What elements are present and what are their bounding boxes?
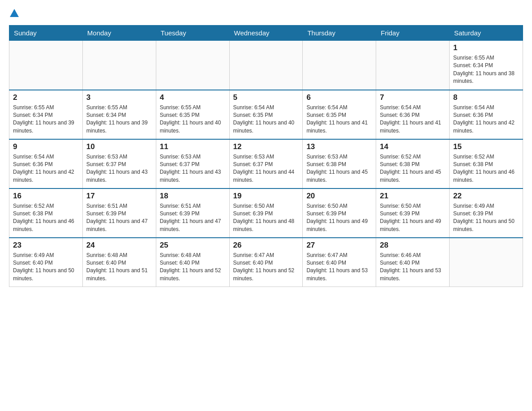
day-sun-info: Sunrise: 6:48 AMSunset: 6:40 PMDaylight:… [160,252,226,283]
day-number: 19 [233,192,299,201]
calendar-table: SundayMondayTuesdayWednesdayThursdayFrid… [9,25,523,287]
day-sun-info: Sunrise: 6:47 AMSunset: 6:40 PMDaylight:… [306,252,372,283]
calendar-day-cell: 20Sunrise: 6:50 AMSunset: 6:39 PMDayligh… [303,188,376,238]
day-number: 20 [306,192,372,201]
day-sun-info: Sunrise: 6:50 AMSunset: 6:39 PMDaylight:… [233,202,299,234]
day-sun-info: Sunrise: 6:54 AMSunset: 6:36 PMDaylight:… [453,104,519,135]
calendar-day-cell: 28Sunrise: 6:46 AMSunset: 6:40 PMDayligh… [376,238,450,287]
day-number: 21 [380,192,446,201]
calendar-day-cell: 14Sunrise: 6:52 AMSunset: 6:38 PMDayligh… [376,139,450,188]
day-sun-info: Sunrise: 6:53 AMSunset: 6:37 PMDaylight:… [160,153,226,184]
day-of-week-header: Wednesday [229,26,303,41]
day-number: 27 [306,241,372,250]
calendar-day-cell: 25Sunrise: 6:48 AMSunset: 6:40 PMDayligh… [156,238,229,287]
calendar-day-cell: 6Sunrise: 6:54 AMSunset: 6:35 PMDaylight… [303,90,376,139]
calendar-day-cell [156,41,229,90]
day-sun-info: Sunrise: 6:53 AMSunset: 6:37 PMDaylight:… [86,153,152,184]
day-number: 22 [453,192,519,201]
calendar-day-cell: 22Sunrise: 6:49 AMSunset: 6:39 PMDayligh… [450,188,523,238]
calendar-day-cell: 1Sunrise: 6:55 AMSunset: 6:34 PMDaylight… [450,41,523,90]
day-sun-info: Sunrise: 6:54 AMSunset: 6:36 PMDaylight:… [13,153,79,184]
day-sun-info: Sunrise: 6:50 AMSunset: 6:39 PMDaylight:… [306,202,372,234]
day-sun-info: Sunrise: 6:51 AMSunset: 6:39 PMDaylight:… [160,202,226,234]
day-sun-info: Sunrise: 6:54 AMSunset: 6:35 PMDaylight:… [233,104,299,135]
calendar-day-cell: 7Sunrise: 6:54 AMSunset: 6:36 PMDaylight… [376,90,450,139]
day-number: 28 [380,241,446,250]
day-of-week-header: Monday [82,26,156,41]
calendar-day-cell: 26Sunrise: 6:47 AMSunset: 6:40 PMDayligh… [229,238,303,287]
day-of-week-header: Thursday [303,26,376,41]
day-number: 26 [233,241,299,250]
day-sun-info: Sunrise: 6:54 AMSunset: 6:35 PMDaylight:… [306,104,372,135]
day-sun-info: Sunrise: 6:53 AMSunset: 6:38 PMDaylight:… [306,153,372,184]
calendar-day-cell: 2Sunrise: 6:55 AMSunset: 6:34 PMDaylight… [9,90,83,139]
day-number: 18 [160,192,226,201]
calendar-day-cell: 19Sunrise: 6:50 AMSunset: 6:39 PMDayligh… [229,188,303,238]
calendar-day-cell: 24Sunrise: 6:48 AMSunset: 6:40 PMDayligh… [82,238,156,287]
day-of-week-header: Tuesday [156,26,229,41]
day-number: 10 [86,142,152,151]
day-number: 13 [306,142,372,151]
day-sun-info: Sunrise: 6:46 AMSunset: 6:40 PMDaylight:… [380,252,446,283]
day-sun-info: Sunrise: 6:50 AMSunset: 6:39 PMDaylight:… [380,202,446,234]
calendar-day-cell: 12Sunrise: 6:53 AMSunset: 6:37 PMDayligh… [229,139,303,188]
day-number: 2 [13,93,79,102]
day-number: 5 [233,93,299,102]
day-sun-info: Sunrise: 6:47 AMSunset: 6:40 PMDaylight:… [233,252,299,283]
calendar-week-row: 16Sunrise: 6:52 AMSunset: 6:38 PMDayligh… [9,188,523,238]
day-sun-info: Sunrise: 6:53 AMSunset: 6:37 PMDaylight:… [233,153,299,184]
calendar-day-cell: 23Sunrise: 6:49 AMSunset: 6:40 PMDayligh… [9,238,83,287]
calendar-header-row: SundayMondayTuesdayWednesdayThursdayFrid… [9,26,523,41]
day-number: 7 [380,93,446,102]
day-sun-info: Sunrise: 6:49 AMSunset: 6:39 PMDaylight:… [453,202,519,234]
day-of-week-header: Saturday [450,26,523,41]
calendar-day-cell: 5Sunrise: 6:54 AMSunset: 6:35 PMDaylight… [229,90,303,139]
day-of-week-header: Sunday [9,26,83,41]
day-number: 3 [86,93,152,102]
day-sun-info: Sunrise: 6:52 AMSunset: 6:38 PMDaylight:… [380,153,446,184]
calendar-day-cell: 10Sunrise: 6:53 AMSunset: 6:37 PMDayligh… [82,139,156,188]
calendar-day-cell: 13Sunrise: 6:53 AMSunset: 6:38 PMDayligh… [303,139,376,188]
calendar-day-cell: 3Sunrise: 6:55 AMSunset: 6:34 PMDaylight… [82,90,156,139]
day-number: 25 [160,241,226,250]
calendar-week-row: 9Sunrise: 6:54 AMSunset: 6:36 PMDaylight… [9,139,523,188]
calendar-day-cell [229,41,303,90]
calendar-day-cell: 8Sunrise: 6:54 AMSunset: 6:36 PMDaylight… [450,90,523,139]
day-number: 15 [453,142,519,151]
calendar-week-row: 1Sunrise: 6:55 AMSunset: 6:34 PMDaylight… [9,41,523,90]
day-sun-info: Sunrise: 6:55 AMSunset: 6:34 PMDaylight:… [13,104,79,135]
calendar-day-cell: 9Sunrise: 6:54 AMSunset: 6:36 PMDaylight… [9,139,83,188]
calendar-day-cell [376,41,450,90]
logo [9,9,22,18]
calendar-day-cell [450,238,523,287]
day-number: 6 [306,93,372,102]
logo-triangle-icon [10,9,19,17]
page-header [9,9,523,18]
day-sun-info: Sunrise: 6:55 AMSunset: 6:34 PMDaylight:… [86,104,152,135]
day-sun-info: Sunrise: 6:55 AMSunset: 6:34 PMDaylight:… [453,54,519,86]
calendar-day-cell [303,41,376,90]
day-number: 16 [13,192,79,201]
day-sun-info: Sunrise: 6:49 AMSunset: 6:40 PMDaylight:… [13,252,79,283]
day-number: 8 [453,93,519,102]
day-number: 11 [160,142,226,151]
calendar-day-cell: 16Sunrise: 6:52 AMSunset: 6:38 PMDayligh… [9,188,83,238]
day-number: 12 [233,142,299,151]
calendar-day-cell [9,41,83,90]
day-number: 1 [453,43,519,52]
day-sun-info: Sunrise: 6:54 AMSunset: 6:36 PMDaylight:… [380,104,446,135]
calendar-week-row: 23Sunrise: 6:49 AMSunset: 6:40 PMDayligh… [9,238,523,287]
calendar-day-cell: 27Sunrise: 6:47 AMSunset: 6:40 PMDayligh… [303,238,376,287]
day-number: 17 [86,192,152,201]
calendar-day-cell: 11Sunrise: 6:53 AMSunset: 6:37 PMDayligh… [156,139,229,188]
day-of-week-header: Friday [376,26,450,41]
calendar-day-cell: 21Sunrise: 6:50 AMSunset: 6:39 PMDayligh… [376,188,450,238]
day-sun-info: Sunrise: 6:51 AMSunset: 6:39 PMDaylight:… [86,202,152,234]
calendar-day-cell: 15Sunrise: 6:52 AMSunset: 6:38 PMDayligh… [450,139,523,188]
day-number: 4 [160,93,226,102]
day-sun-info: Sunrise: 6:48 AMSunset: 6:40 PMDaylight:… [86,252,152,283]
calendar-day-cell [82,41,156,90]
day-sun-info: Sunrise: 6:52 AMSunset: 6:38 PMDaylight:… [453,153,519,184]
svg-marker-0 [10,9,19,17]
calendar-week-row: 2Sunrise: 6:55 AMSunset: 6:34 PMDaylight… [9,90,523,139]
